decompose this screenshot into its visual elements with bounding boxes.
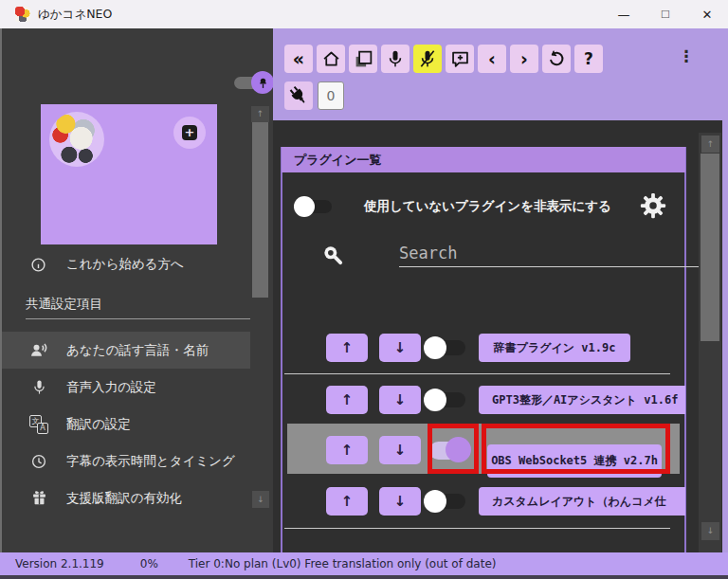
plugin-name-button[interactable]: カスタムレイアウト（わんコメ仕 bbox=[479, 487, 685, 516]
microphone-button[interactable] bbox=[381, 45, 410, 73]
microphone-icon bbox=[386, 49, 405, 68]
clock-icon bbox=[28, 451, 49, 472]
scroll-up-icon[interactable]: ↑ bbox=[701, 136, 719, 153]
statusbar: Version 2.1.119 0% Tier 0:No plan (Lv0) … bbox=[0, 552, 728, 575]
main-content: プラグイン一覧 使用していないプラグインを非表示にする bbox=[273, 120, 722, 552]
info-icon bbox=[30, 257, 46, 273]
titlebar: ゆかコネNEO — ☐ ✕ bbox=[0, 0, 728, 28]
gear-icon bbox=[639, 191, 667, 220]
window-title: ゆかコネNEO bbox=[38, 0, 112, 28]
scrollbar-thumb[interactable] bbox=[701, 154, 719, 341]
app-logo-icon bbox=[15, 7, 30, 22]
sidebar-item-subtitle-timing[interactable]: 字幕の表示時間とタイミング bbox=[2, 443, 250, 479]
progress-label: 0% bbox=[140, 557, 158, 570]
move-down-button[interactable]: ↓ bbox=[379, 487, 421, 516]
plugin-panel-header: プラグイン一覧 bbox=[282, 147, 685, 172]
hide-unused-toggle[interactable] bbox=[294, 195, 336, 218]
plugin-row: ↑ ↓ GPT3整形／AIアシスタント v1.6f bbox=[282, 386, 685, 418]
main-toolbar: « bbox=[273, 28, 728, 120]
sidebar-menu: あなたの話す言語・名前 音声入力の設定 文 A bbox=[2, 332, 250, 516]
microphone-mute-button[interactable] bbox=[413, 45, 442, 73]
more-options-button[interactable]: ⋮ bbox=[677, 42, 696, 70]
previous-button[interactable]: ‹ bbox=[478, 45, 506, 73]
sidebar-item-supporter-translation[interactable]: 支援版翻訳の有効化 bbox=[2, 479, 250, 516]
microphone-off-icon bbox=[418, 49, 437, 68]
add-profile-button[interactable]: + bbox=[173, 117, 206, 149]
collapse-sidebar-button[interactable]: « bbox=[284, 45, 313, 73]
double-chevron-left-icon: « bbox=[293, 50, 304, 68]
move-up-button[interactable]: ↑ bbox=[326, 386, 368, 414]
undo-icon bbox=[547, 49, 566, 68]
next-button[interactable]: › bbox=[510, 45, 538, 73]
version-label: Version 2.1.119 bbox=[15, 557, 104, 570]
chevron-right-icon: › bbox=[520, 50, 528, 68]
plugin-count-badge: 0 bbox=[318, 81, 344, 110]
sidebar-scrollbar-thumb[interactable] bbox=[252, 122, 268, 298]
home-icon bbox=[321, 49, 341, 69]
window-edge bbox=[0, 575, 728, 579]
plugin-settings-button[interactable] bbox=[639, 190, 669, 221]
app-window: ゆかコネNEO — ☐ ✕ + ↑ ↓ bbox=[0, 0, 728, 579]
move-down-button[interactable]: ↓ bbox=[379, 386, 421, 414]
plugin-button[interactable] bbox=[284, 81, 313, 110]
add-comment-button[interactable] bbox=[446, 45, 474, 73]
stacked-windows-icon bbox=[354, 49, 373, 69]
pushpin-icon bbox=[251, 71, 274, 94]
kebab-menu-icon: ⋮ bbox=[679, 46, 695, 65]
move-up-button[interactable]: ↑ bbox=[326, 487, 368, 516]
getting-started-link[interactable]: これから始める方へ bbox=[2, 252, 250, 277]
scroll-down-icon[interactable]: ↓ bbox=[701, 522, 719, 540]
row-divider bbox=[284, 373, 670, 374]
plugin-enable-toggle[interactable] bbox=[424, 389, 469, 411]
gift-icon bbox=[28, 488, 49, 509]
section-header: 共通設定項目 bbox=[26, 296, 102, 313]
chevron-left-icon: ‹ bbox=[488, 50, 496, 68]
comment-plus-icon bbox=[450, 49, 470, 69]
hide-unused-row: 使用していないプラグインを非表示にする bbox=[292, 192, 684, 221]
move-down-button[interactable]: ↓ bbox=[379, 334, 421, 362]
home-button[interactable] bbox=[317, 45, 345, 73]
person-voice-icon bbox=[28, 340, 49, 361]
hide-unused-label: 使用していないプラグインを非表示にする bbox=[364, 198, 611, 215]
plug-icon bbox=[284, 81, 314, 111]
plugin-name-button[interactable]: GPT3整形／AIアシスタント v1.6f bbox=[479, 386, 685, 414]
row-divider bbox=[284, 528, 670, 529]
plugin-row: ↑ ↓ カスタムレイアウト（わんコメ仕 bbox=[282, 487, 685, 519]
plugin-enable-toggle[interactable] bbox=[424, 490, 469, 513]
sidebar-scroll-down-icon[interactable]: ↓ bbox=[252, 491, 269, 508]
move-up-button[interactable]: ↑ bbox=[326, 436, 368, 464]
plugin-name-button[interactable]: OBS WebSocket5 連携 v2.7h bbox=[487, 444, 662, 478]
microphone-icon bbox=[28, 377, 49, 398]
plus-icon: + bbox=[182, 125, 197, 140]
undo-button[interactable] bbox=[542, 45, 571, 73]
pin-window-toggle[interactable] bbox=[232, 70, 274, 95]
plugin-search-input[interactable] bbox=[399, 239, 710, 267]
plugin-row-selected: ↑ ↓ OBS WebSocket5 連携 v2.7h bbox=[282, 436, 685, 468]
windows-layout-button[interactable] bbox=[349, 45, 377, 73]
help-button[interactable]: ? bbox=[574, 45, 603, 73]
sidebar-item-translation-settings[interactable]: 文 A 翻訳の設定 bbox=[2, 406, 250, 443]
plugin-name-button[interactable]: 辞書プラグイン v1.9c bbox=[479, 334, 630, 362]
search-row bbox=[307, 239, 677, 273]
panel-title: プラグイン一覧 bbox=[294, 152, 382, 169]
translate-icon: 文 A bbox=[28, 414, 49, 435]
sidebar-scroll-up-icon[interactable]: ↑ bbox=[251, 106, 269, 122]
maximize-button[interactable]: ☐ bbox=[645, 0, 686, 28]
move-up-button[interactable]: ↑ bbox=[326, 334, 368, 362]
avatar[interactable] bbox=[49, 112, 104, 167]
plugin-enable-toggle[interactable] bbox=[424, 439, 469, 461]
tier-label: Tier 0:No plan (Lv0) Free translation on… bbox=[189, 557, 497, 570]
sidebar-item-voice-input-settings[interactable]: 音声入力の設定 bbox=[2, 369, 250, 406]
close-button[interactable]: ✕ bbox=[686, 0, 728, 28]
move-down-button[interactable]: ↓ bbox=[379, 436, 421, 464]
section-divider bbox=[26, 318, 250, 319]
profile-panel: + bbox=[41, 104, 217, 244]
plugin-enable-toggle[interactable] bbox=[424, 336, 469, 359]
plugin-row: ↑ ↓ 辞書プラグイン v1.9c bbox=[282, 334, 685, 366]
sidebar: + ↑ ↓ これから始める方へ 共通設定項目 bbox=[0, 28, 273, 552]
sidebar-item-your-language-name[interactable]: あなたの話す言語・名前 bbox=[2, 332, 250, 369]
window-edge bbox=[722, 120, 728, 552]
plugin-list: ↑ ↓ 辞書プラグイン v1.9c ↑ ↓ GPT3整形／AIアシスタント v1… bbox=[282, 322, 685, 552]
minimize-button[interactable]: — bbox=[603, 0, 645, 28]
question-icon: ? bbox=[584, 51, 593, 67]
